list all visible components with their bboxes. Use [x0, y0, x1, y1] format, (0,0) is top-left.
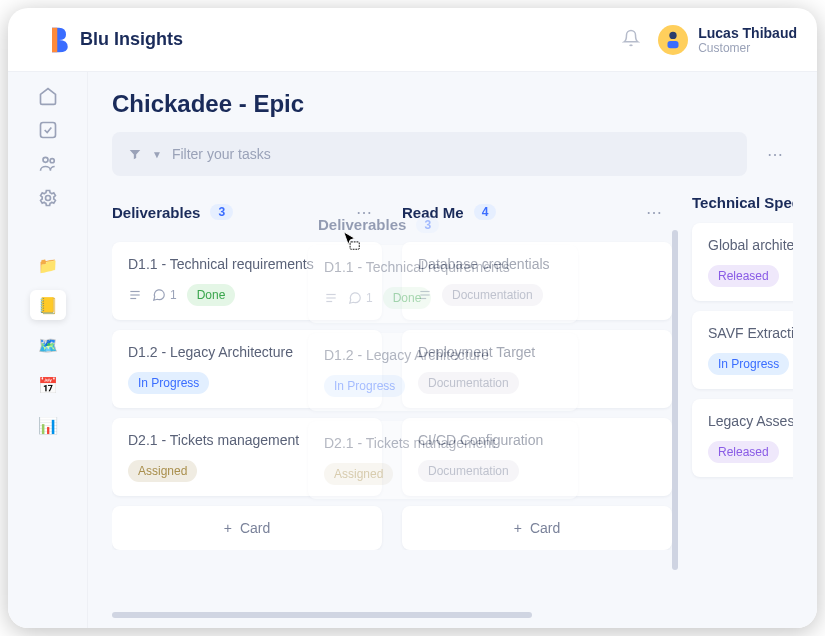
svg-point-0	[670, 31, 677, 38]
check-icon[interactable]	[36, 118, 60, 142]
page-title: Chickadee - Epic	[112, 90, 793, 118]
card-title: Legacy Assessment	[708, 413, 793, 429]
card-title: Global architecture	[708, 237, 793, 253]
plus-icon: +	[224, 520, 232, 536]
column-more-button[interactable]: ⋯	[636, 194, 672, 230]
status-tag: Documentation	[418, 460, 519, 482]
nav-tile-calendar[interactable]: 📅	[30, 370, 66, 400]
card-title: D2.1 - Tickets management	[128, 432, 366, 448]
horizontal-scrollbar[interactable]	[112, 612, 532, 618]
plus-icon: +	[514, 520, 522, 536]
filter-input[interactable]: ▼ Filter your tasks	[112, 132, 747, 176]
notifications-icon[interactable]	[622, 29, 640, 51]
column-technical-spec: Technical Spec Global architecture Relea…	[692, 190, 793, 550]
brand[interactable]: Blu Insights	[48, 26, 183, 54]
nav-tile-notes[interactable]: 📒	[30, 290, 66, 320]
user-menu[interactable]: Lucas Thibaud Customer	[658, 25, 797, 55]
description-icon	[418, 288, 432, 302]
filter-placeholder: Filter your tasks	[172, 146, 271, 162]
card[interactable]: Deployment Target Documentation	[402, 330, 672, 408]
avatar	[658, 25, 688, 55]
status-tag: Documentation	[442, 284, 543, 306]
card-title: D1.2 - Legacy Architecture	[128, 344, 366, 360]
card-title: SAVF Extraction	[708, 325, 793, 341]
nav-tile-chart[interactable]: 📊	[30, 410, 66, 440]
add-card-button[interactable]: +Card	[112, 506, 382, 550]
card[interactable]: D1.2 - Legacy Architecture In Progress	[112, 330, 382, 408]
card[interactable]: SAVF Extraction In Progress	[692, 311, 793, 389]
board-more-button[interactable]: ⋯	[757, 136, 793, 172]
card[interactable]: Legacy Assessment Released	[692, 399, 793, 477]
nav-tile-map[interactable]: 🗺️	[30, 330, 66, 360]
cursor-icon	[340, 230, 362, 256]
topbar: Blu Insights Lucas Thibaud Customer	[8, 8, 817, 72]
users-icon[interactable]	[36, 152, 60, 176]
status-tag: Released	[708, 265, 779, 287]
vertical-scrollbar[interactable]	[672, 230, 678, 570]
card-title: Database credentials	[418, 256, 656, 272]
svg-rect-1	[668, 40, 679, 47]
description-icon	[128, 288, 142, 302]
filter-icon	[128, 147, 142, 161]
column-count: 4	[474, 204, 497, 220]
user-name: Lucas Thibaud	[698, 25, 797, 41]
comment-icon: 1	[152, 288, 177, 302]
gear-icon[interactable]	[36, 186, 60, 210]
column-title[interactable]: Deliverables	[112, 204, 200, 221]
svg-rect-2	[40, 123, 55, 138]
user-role: Customer	[698, 41, 797, 55]
column-more-button[interactable]: ⋯	[346, 194, 382, 230]
status-tag: Done	[187, 284, 236, 306]
card-title: D1.1 - Technical requirements	[128, 256, 366, 272]
column-title[interactable]: Read Me	[402, 204, 464, 221]
main: Chickadee - Epic ▼ Filter your tasks ⋯ D…	[88, 72, 817, 628]
svg-point-5	[45, 196, 50, 201]
card[interactable]: CI/CD Configuration Documentation	[402, 418, 672, 496]
nav-tile-folder[interactable]: 📁	[30, 250, 66, 280]
status-tag: Documentation	[418, 372, 519, 394]
column-title[interactable]: Technical Spec	[692, 194, 793, 211]
card[interactable]: Database credentials Documentation	[402, 242, 672, 320]
card[interactable]: Global architecture Released	[692, 223, 793, 301]
svg-point-3	[43, 157, 48, 162]
brand-logo-icon	[48, 26, 70, 54]
kanban-board: Deliverables 3 ⋯ D1.1 - Technical requir…	[112, 190, 793, 550]
status-tag: In Progress	[708, 353, 789, 375]
brand-name: Blu Insights	[80, 29, 183, 50]
status-tag: In Progress	[128, 372, 209, 394]
card-title: Deployment Target	[418, 344, 656, 360]
column-count: 3	[210, 204, 233, 220]
svg-rect-15	[350, 242, 359, 249]
status-tag: Assigned	[128, 460, 197, 482]
column-readme: Read Me 4 ⋯ Database credentials Documen…	[402, 190, 672, 550]
home-icon[interactable]	[36, 84, 60, 108]
card[interactable]: D2.1 - Tickets management Assigned	[112, 418, 382, 496]
sidebar: 📁 📒 🗺️ 📅 📊	[8, 72, 88, 628]
add-card-button[interactable]: +Card	[402, 506, 672, 550]
card-title: CI/CD Configuration	[418, 432, 656, 448]
status-tag: Released	[708, 441, 779, 463]
svg-point-4	[50, 159, 54, 163]
